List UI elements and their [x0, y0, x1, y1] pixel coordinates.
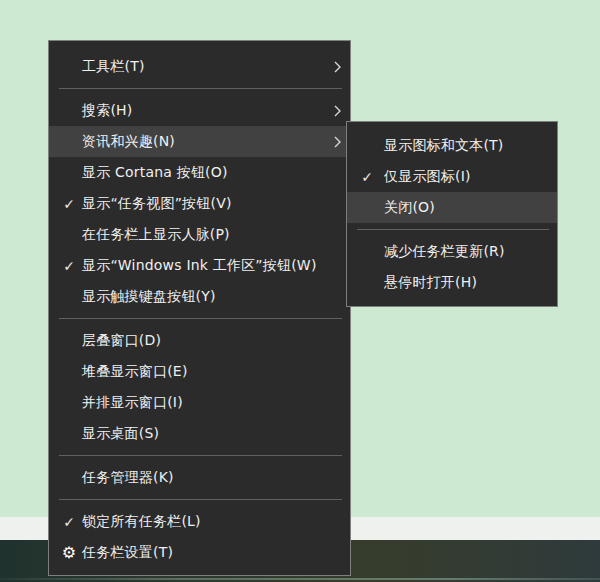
wallpaper-bottom-accent — [0, 578, 600, 580]
menu-item-label: 搜索(H) — [49, 102, 132, 120]
menu-separator — [59, 88, 342, 89]
menu-item-label: 减少任务栏更新(R) — [347, 243, 505, 261]
menu-item-search[interactable]: 搜索(H) — [49, 95, 350, 126]
menu-item-show-desktop[interactable]: 显示桌面(S) — [49, 418, 350, 449]
menu-item-taskbar-settings[interactable]: ⚙ 任务栏设置(T) — [49, 537, 350, 568]
menu-item-label: 资讯和兴趣(N) — [49, 133, 175, 151]
menu-separator — [59, 455, 342, 456]
menu-item-lock-all-taskbars[interactable]: ✓ 锁定所有任务栏(L) — [49, 506, 350, 537]
submenu-arrow-icon — [331, 126, 343, 157]
menu-item-label: 显示桌面(S) — [49, 425, 159, 443]
checkmark-icon: ✓ — [357, 161, 377, 192]
menu-separator — [357, 229, 549, 230]
menu-item-show-touch-keyboard-button[interactable]: 显示触摸键盘按钮(Y) — [49, 281, 350, 312]
menu-separator — [59, 318, 342, 319]
menu-item-label: 显示 Cortana 按钮(O) — [49, 164, 228, 182]
news-and-interests-submenu: 显示图标和文本(T) ✓ 仅显示图标(I) 关闭(O) 减少任务栏更新(R) 悬… — [346, 121, 558, 307]
menu-item-label: 显示图标和文本(T) — [347, 137, 503, 155]
menu-item-label: 并排显示窗口(I) — [49, 394, 183, 412]
menu-item-show-cortana-button[interactable]: 显示 Cortana 按钮(O) — [49, 157, 350, 188]
menu-item-label: 显示“Windows Ink 工作区”按钮(W) — [49, 257, 317, 275]
menu-item-task-manager[interactable]: 任务管理器(K) — [49, 462, 350, 493]
menu-item-news-and-interests[interactable]: 资讯和兴趣(N) — [49, 126, 350, 157]
menu-item-toolbars[interactable]: 工具栏(T) — [49, 51, 350, 82]
menu-item-label: 堆叠显示窗口(E) — [49, 363, 188, 381]
menu-item-show-windows-side-by-side[interactable]: 并排显示窗口(I) — [49, 387, 350, 418]
menu-item-label: 层叠窗口(D) — [49, 332, 161, 350]
submenu-item-show-icon-only[interactable]: ✓ 仅显示图标(I) — [347, 161, 557, 192]
checkmark-icon: ✓ — [59, 188, 79, 219]
menu-separator — [59, 499, 342, 500]
submenu-item-open-on-hover[interactable]: 悬停时打开(H) — [347, 267, 557, 298]
checkmark-icon: ✓ — [59, 506, 79, 537]
checkmark-icon: ✓ — [59, 250, 79, 281]
menu-item-show-windows-stacked[interactable]: 堆叠显示窗口(E) — [49, 356, 350, 387]
menu-item-label: 工具栏(T) — [49, 58, 145, 76]
taskbar-context-menu: 工具栏(T) 搜索(H) 资讯和兴趣(N) 显示 Cortana 按钮(O) ✓… — [48, 40, 351, 576]
menu-item-show-windows-ink-workspace-button[interactable]: ✓ 显示“Windows Ink 工作区”按钮(W) — [49, 250, 350, 281]
submenu-item-reduce-taskbar-updates[interactable]: 减少任务栏更新(R) — [347, 236, 557, 267]
menu-item-cascade-windows[interactable]: 层叠窗口(D) — [49, 325, 350, 356]
menu-item-label: 在任务栏上显示人脉(P) — [49, 226, 230, 244]
menu-item-label: 任务管理器(K) — [49, 469, 174, 487]
submenu-arrow-icon — [331, 95, 343, 126]
menu-item-label: 显示触摸键盘按钮(Y) — [49, 288, 216, 306]
menu-item-show-task-view-button[interactable]: ✓ 显示“任务视图”按钮(V) — [49, 188, 350, 219]
menu-item-label: 悬停时打开(H) — [347, 274, 477, 292]
menu-item-label: 关闭(O) — [347, 199, 435, 217]
submenu-item-show-icon-and-text[interactable]: 显示图标和文本(T) — [347, 130, 557, 161]
menu-item-show-people-on-taskbar[interactable]: 在任务栏上显示人脉(P) — [49, 219, 350, 250]
submenu-arrow-icon — [331, 51, 343, 82]
gear-icon: ⚙ — [60, 537, 78, 568]
submenu-item-turn-off[interactable]: 关闭(O) — [347, 192, 557, 223]
